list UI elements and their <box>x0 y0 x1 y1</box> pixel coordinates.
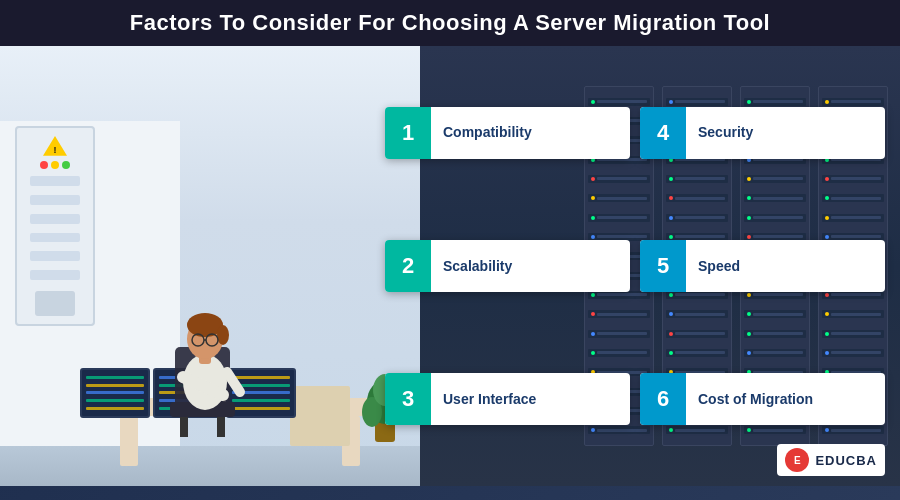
illustration-area: ! <box>0 46 420 486</box>
panel-screen <box>35 291 75 316</box>
factor-number-2: 2 <box>385 240 431 292</box>
svg-point-10 <box>217 325 229 345</box>
logo-icon: E <box>785 448 809 472</box>
panel-dot-green <box>62 161 70 169</box>
factor-number-1: 1 <box>385 107 431 159</box>
svg-rect-3 <box>217 417 225 437</box>
factor-card-5: 5 Speed <box>640 240 885 292</box>
desk-leg-left <box>120 416 138 466</box>
logo: E EDUCBA <box>777 444 885 476</box>
desk-drawer <box>290 386 350 446</box>
panel-bar-1 <box>30 176 80 186</box>
logo-text: EDUCBA <box>815 453 877 468</box>
factors-row-1: 1 Compatibility 4 Security <box>385 107 885 159</box>
panel-dot-red <box>40 161 48 169</box>
panel-bar-5 <box>30 251 80 261</box>
factor-number-4: 4 <box>640 107 686 159</box>
factor-label-3: User Interface <box>431 383 548 416</box>
panel-bar-4 <box>30 233 80 243</box>
factor-label-5: Speed <box>686 250 752 283</box>
factor-number-6: 6 <box>640 373 686 425</box>
main-container: Factors To Consider For Choosing A Serve… <box>0 0 900 500</box>
page-title: Factors To Consider For Choosing A Serve… <box>130 10 770 35</box>
factor-number-3: 3 <box>385 373 431 425</box>
factor-card-2: 2 Scalability <box>385 240 630 292</box>
panel-bar-3 <box>30 214 80 224</box>
factor-label-6: Cost of Migration <box>686 383 825 416</box>
factor-card-3: 3 User Interface <box>385 373 630 425</box>
main-area: ! <box>0 46 900 486</box>
panel-bar-2 <box>30 195 80 205</box>
monitor-1 <box>80 368 150 418</box>
factors-row-3: 3 User Interface 6 Cost of Migration <box>385 373 885 425</box>
warning-icon: ! <box>43 136 67 156</box>
factor-card-4: 4 Security <box>640 107 885 159</box>
electrical-panel: ! <box>15 126 95 326</box>
page-header: Factors To Consider For Choosing A Serve… <box>0 0 900 46</box>
factor-label-4: Security <box>686 116 765 149</box>
factor-label-1: Compatibility <box>431 116 544 149</box>
factors-overlay: 1 Compatibility 4 Security 2 Scalability… <box>370 46 900 486</box>
factors-row-2: 2 Scalability 5 Speed <box>385 240 885 292</box>
factor-card-6: 6 Cost of Migration <box>640 373 885 425</box>
svg-rect-2 <box>180 417 188 437</box>
factor-number-5: 5 <box>640 240 686 292</box>
panel-bar-6 <box>30 270 80 280</box>
panel-lights <box>40 161 70 169</box>
factor-label-2: Scalability <box>431 250 524 283</box>
panel-dot-yellow <box>51 161 59 169</box>
person-figure <box>155 277 255 441</box>
factor-card-1: 1 Compatibility <box>385 107 630 159</box>
